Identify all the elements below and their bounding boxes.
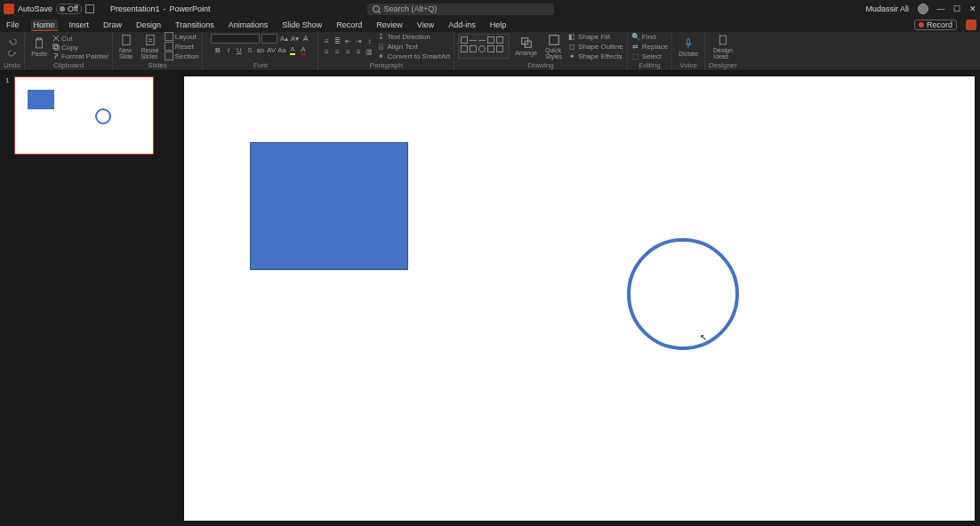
rectangle-shape[interactable] [250, 142, 408, 270]
slide-canvas[interactable]: ↖ [184, 76, 975, 521]
svg-rect-5 [146, 35, 153, 44]
italic-button[interactable]: I [224, 45, 233, 54]
record-button[interactable]: Record [914, 20, 957, 30]
search-box[interactable]: Search (Alt+Q) [367, 4, 554, 15]
copy-button[interactable]: Copy [52, 44, 78, 52]
bold-button[interactable]: B [213, 45, 222, 54]
workspace: 1 ↖ [0, 71, 980, 526]
justify-button[interactable]: ≡ [354, 47, 363, 56]
reset-button[interactable]: Reset [165, 42, 194, 51]
bullets-button[interactable]: ≡ [322, 36, 331, 45]
ribbon-tabs: File Home Insert Draw Design Transitions… [0, 18, 980, 32]
slide-thumbnail-panel[interactable]: 1 [0, 71, 168, 526]
change-case-button[interactable]: Aa [277, 45, 286, 54]
group-voice: Dictate Voice [672, 32, 705, 70]
autosave-toggle[interactable]: Off [56, 4, 82, 14]
cut-button[interactable]: Cut [52, 35, 72, 43]
clear-format-button[interactable]: A̶ [301, 35, 309, 44]
reuse-slides-button[interactable]: Reuse Slides [139, 33, 162, 60]
circle-shape[interactable] [627, 238, 739, 350]
line-spacing-button[interactable]: ↕ [365, 36, 374, 45]
present-button[interactable] [966, 20, 976, 30]
align-right-button[interactable]: ≡ [343, 47, 352, 56]
layout-button[interactable]: Layout [165, 32, 197, 41]
save-icon[interactable] [85, 4, 94, 13]
tab-view[interactable]: View [414, 20, 437, 30]
svg-rect-3 [54, 45, 59, 50]
tab-design[interactable]: Design [133, 20, 164, 30]
svg-rect-0 [36, 39, 43, 48]
ribbon: Undo Paste Cut Copy Format Painter Clipb… [0, 32, 980, 71]
group-font-label: Font [253, 61, 268, 69]
tab-slideshow[interactable]: Slide Show [279, 20, 325, 30]
strike-button[interactable]: S [245, 45, 254, 54]
toggle-knob-icon [60, 6, 65, 12]
tab-animations[interactable]: Animations [226, 20, 271, 30]
increase-indent-button[interactable]: ⇥ [354, 36, 363, 45]
tab-home[interactable]: Home [31, 20, 58, 31]
font-color-button[interactable]: A [299, 45, 308, 54]
quick-styles-button[interactable]: Quick Styles [542, 33, 565, 60]
font-family-combo[interactable] [211, 34, 260, 44]
char-spacing-button[interactable]: AV [267, 45, 276, 54]
align-text-icon: ⍓ [376, 42, 385, 51]
slide-thumbnail-1[interactable]: 1 [5, 76, 163, 155]
svg-rect-10 [719, 36, 726, 44]
decrease-font-button[interactable]: A▾ [290, 35, 299, 44]
shape-effects-button[interactable]: ✦Shape Effects [567, 52, 623, 60]
tab-addins[interactable]: Add-ins [446, 20, 478, 30]
underline-button[interactable]: U [235, 45, 244, 54]
smartart-button[interactable]: ✶Convert to SmartArt [376, 52, 450, 60]
paste-button[interactable]: Paste [28, 36, 50, 58]
redo-button[interactable] [5, 48, 20, 59]
find-button[interactable]: 🔍Find [631, 32, 656, 41]
columns-button[interactable]: ▥ [365, 47, 374, 56]
numbering-button[interactable]: ≣ [333, 36, 341, 45]
slide-canvas-area[interactable]: ↖ [168, 71, 980, 526]
increase-font-button[interactable]: A▴ [279, 35, 288, 44]
font-size-combo[interactable] [261, 34, 277, 44]
tab-draw[interactable]: Draw [100, 20, 125, 30]
tab-record[interactable]: Record [333, 20, 365, 30]
thumb-rectangle-shape [28, 90, 54, 109]
tab-insert[interactable]: Insert [67, 20, 92, 30]
section-button[interactable]: Section [165, 52, 199, 60]
shape-outline-button[interactable]: ◻Shape Outline [567, 42, 623, 51]
powerpoint-icon [4, 4, 14, 14]
slide-thumbnail-preview[interactable] [14, 76, 154, 155]
minimize-button[interactable]: — [937, 5, 944, 12]
group-undo: Undo [0, 32, 25, 70]
svg-rect-4 [123, 35, 130, 44]
user-name[interactable]: Mudassir Ali [865, 4, 909, 13]
user-avatar-icon[interactable] [918, 4, 928, 14]
format-painter-button[interactable]: Format Painter [52, 52, 108, 60]
shadow-button[interactable]: ab [256, 45, 265, 54]
group-clipboard: Paste Cut Copy Format Painter Clipboard [25, 32, 113, 70]
tab-file[interactable]: File [4, 20, 22, 30]
svg-rect-9 [687, 38, 690, 44]
group-font: A▴ A▾ A̶ B I U S ab AV Aa A A Font [203, 32, 318, 70]
text-direction-button[interactable]: ↧Text Direction [376, 32, 430, 41]
align-left-button[interactable]: ≡ [322, 47, 331, 56]
highlight-button[interactable]: A [288, 45, 297, 54]
maximize-button[interactable]: ☐ [953, 5, 960, 12]
group-designer: Design Ideas Designer [705, 32, 741, 70]
select-button[interactable]: ⬚Select [631, 52, 662, 60]
tab-review[interactable]: Review [374, 20, 406, 30]
decrease-indent-button[interactable]: ⇤ [343, 36, 352, 45]
dictate-button[interactable]: Dictate [676, 36, 701, 58]
tab-transitions[interactable]: Transitions [173, 20, 217, 30]
group-undo-label: Undo [4, 61, 20, 69]
replace-button[interactable]: ⇄Replace [631, 42, 668, 51]
tab-help[interactable]: Help [487, 20, 510, 30]
close-button[interactable]: ✕ [969, 5, 976, 12]
shapes-gallery[interactable] [458, 34, 510, 59]
arrange-button[interactable]: Arrange [512, 36, 540, 57]
shape-fill-button[interactable]: ◧Shape Fill [567, 32, 610, 41]
new-slide-button[interactable]: New Slide [116, 33, 136, 60]
undo-button[interactable] [5, 36, 20, 47]
group-editing-label: Editing [639, 61, 660, 69]
align-text-button[interactable]: ⍓Align Text [376, 42, 418, 51]
align-center-button[interactable]: ≡ [333, 47, 341, 56]
design-ideas-button[interactable]: Design Ideas [711, 33, 735, 60]
